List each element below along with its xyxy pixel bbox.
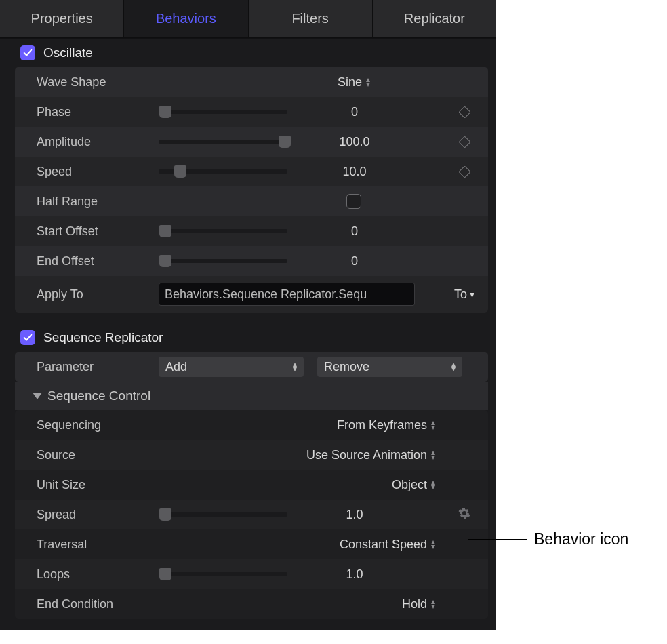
apply-to-label: Apply To	[37, 287, 159, 302]
row-end-condition: End Condition Hold ▴▾	[15, 589, 488, 619]
slider-thumb-icon[interactable]	[159, 508, 171, 521]
start-offset-slider[interactable]	[159, 229, 287, 233]
half-range-checkbox[interactable]	[346, 194, 361, 209]
source-popup[interactable]: Use Source Animation ▴▾	[306, 448, 435, 462]
sequencing-label: Sequencing	[37, 418, 159, 432]
parameter-add-dropdown[interactable]: Add ▴▾	[159, 357, 304, 377]
chevron-down-icon: ▾	[470, 289, 474, 300]
unit-size-label: Unit Size	[37, 478, 159, 492]
row-traversal: Traversal Constant Speed ▴▾	[15, 529, 488, 559]
updown-icon: ▴▾	[431, 480, 435, 489]
callout-line-icon	[468, 539, 527, 540]
behavior-gear-icon[interactable]	[458, 507, 470, 523]
end-offset-label: End Offset	[37, 254, 159, 268]
row-end-offset: End Offset 0	[15, 246, 488, 276]
updown-icon: ▴▾	[431, 599, 435, 609]
phase-value[interactable]: 0	[287, 105, 449, 119]
phase-slider[interactable]	[159, 110, 287, 114]
wave-shape-label: Wave Shape	[37, 75, 159, 89]
amplitude-value[interactable]: 100.0	[287, 135, 449, 149]
slider-thumb-icon[interactable]	[159, 225, 171, 237]
speed-label: Speed	[37, 165, 159, 179]
loops-label: Loops	[37, 567, 159, 582]
slider-thumb-icon[interactable]	[159, 106, 171, 118]
tab-filters[interactable]: Filters	[249, 0, 373, 37]
parameter-remove-dropdown[interactable]: Remove ▴▾	[317, 357, 462, 377]
start-offset-label: Start Offset	[37, 224, 159, 239]
spread-label: Spread	[37, 508, 159, 522]
row-spread: Spread 1.0	[15, 500, 488, 529]
row-half-range: Half Range	[15, 186, 488, 216]
phase-label: Phase	[37, 105, 159, 119]
seqrep-rows: Parameter Add ▴▾ Remove ▴▾	[15, 352, 488, 382]
updown-icon: ▴▾	[366, 77, 370, 87]
apply-to-menu-button[interactable]: To ▾	[454, 287, 474, 302]
traversal-popup[interactable]: Constant Speed ▴▾	[340, 538, 435, 552]
end-condition-popup[interactable]: Hold ▴▾	[402, 597, 435, 611]
updown-icon: ▴▾	[431, 540, 435, 549]
traversal-label: Traversal	[37, 538, 159, 552]
row-phase: Phase 0	[15, 97, 488, 127]
seqrep-enable-checkbox[interactable]	[20, 330, 35, 345]
source-label: Source	[37, 448, 159, 462]
spread-value[interactable]: 1.0	[287, 508, 449, 522]
row-start-offset: Start Offset 0	[15, 216, 488, 246]
loops-slider[interactable]	[159, 572, 287, 576]
row-apply-to: Apply To Behaviors.Sequence Replicator.S…	[15, 276, 488, 313]
section-header-sequence-replicator: Sequence Replicator	[0, 323, 496, 352]
row-unit-size: Unit Size Object ▴▾	[15, 470, 488, 500]
tab-replicator[interactable]: Replicator	[373, 0, 496, 37]
slider-thumb-icon[interactable]	[159, 255, 171, 267]
row-sequencing: Sequencing From Keyframes ▴▾	[15, 410, 488, 440]
seqrep-title: Sequence Replicator	[43, 330, 163, 345]
sequence-control-rows: Sequencing From Keyframes ▴▾ Source Use	[15, 410, 488, 619]
keyframe-icon[interactable]	[458, 165, 470, 178]
updown-icon: ▴▾	[293, 362, 297, 371]
disclosure-triangle-icon[interactable]	[33, 393, 42, 399]
keyframe-icon[interactable]	[458, 136, 470, 148]
wave-shape-popup[interactable]: Sine ▴▾	[338, 75, 370, 89]
oscillate-title: Oscillate	[43, 45, 93, 60]
spread-slider[interactable]	[159, 512, 287, 517]
amplitude-label: Amplitude	[37, 135, 159, 149]
row-loops: Loops 1.0	[15, 559, 488, 589]
apply-to-field[interactable]: Behaviors.Sequence Replicator.Sequ	[159, 283, 415, 306]
oscillate-rows: Wave Shape Sine ▴▾ Phase 0	[15, 67, 488, 313]
speed-slider[interactable]	[159, 169, 287, 174]
row-amplitude: Amplitude 100.0	[15, 127, 488, 157]
callout-behavior-icon: Behavior icon	[468, 530, 628, 548]
slider-thumb-icon[interactable]	[159, 568, 171, 580]
unit-size-popup[interactable]: Object ▴▾	[392, 478, 435, 492]
updown-icon: ▴▾	[431, 450, 435, 460]
loops-value[interactable]: 1.0	[287, 567, 449, 582]
amplitude-slider[interactable]	[159, 140, 287, 144]
sequencing-popup[interactable]: From Keyframes ▴▾	[337, 418, 435, 432]
start-offset-value[interactable]: 0	[287, 224, 449, 239]
speed-value[interactable]: 10.0	[287, 165, 449, 179]
tabs-bar: Properties Behaviors Filters Replicator	[0, 0, 496, 38]
updown-icon: ▴▾	[431, 420, 435, 430]
parameter-label: Parameter	[37, 360, 159, 374]
sequence-control-header[interactable]: Sequence Control	[15, 382, 488, 410]
inspector-panel: Properties Behaviors Filters Replicator …	[0, 0, 496, 630]
tab-behaviors[interactable]: Behaviors	[124, 0, 248, 37]
sequence-control-label: Sequence Control	[47, 388, 150, 403]
updown-icon: ▴▾	[451, 362, 456, 371]
row-wave-shape: Wave Shape Sine ▴▾	[15, 67, 488, 97]
end-offset-slider[interactable]	[159, 259, 287, 263]
slider-thumb-icon[interactable]	[174, 165, 186, 178]
row-speed: Speed 10.0	[15, 157, 488, 186]
section-header-oscillate: Oscillate	[0, 39, 496, 67]
keyframe-icon[interactable]	[458, 106, 470, 118]
end-offset-value[interactable]: 0	[287, 254, 449, 268]
slider-thumb-icon[interactable]	[279, 136, 291, 148]
row-source: Source Use Source Animation ▴▾	[15, 440, 488, 470]
tab-properties[interactable]: Properties	[0, 0, 124, 37]
end-condition-label: End Condition	[37, 597, 159, 611]
row-parameter: Parameter Add ▴▾ Remove ▴▾	[15, 352, 488, 382]
callout-label: Behavior icon	[534, 530, 628, 548]
half-range-label: Half Range	[37, 195, 159, 209]
oscillate-enable-checkbox[interactable]	[20, 45, 35, 60]
